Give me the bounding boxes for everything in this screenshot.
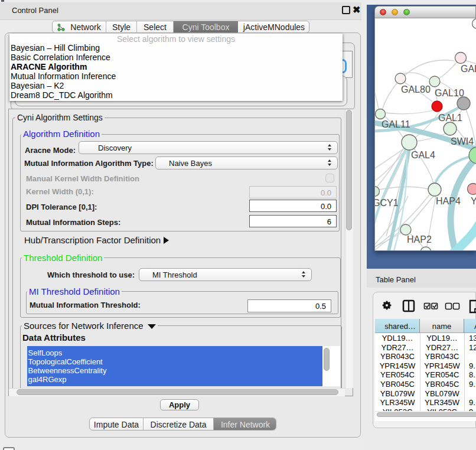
svg-text:HAP4: HAP4: [436, 196, 461, 206]
svg-text:SWI4: SWI4: [451, 136, 474, 146]
svg-text:GAL80: GAL80: [401, 84, 431, 94]
svg-text:GAL7: GAL7: [461, 64, 476, 74]
svg-text:GAL1: GAL1: [438, 113, 462, 123]
svg-text:GAL10: GAL10: [435, 88, 464, 98]
svg-text:GCY1: GCY1: [375, 198, 399, 208]
svg-text:HAP2: HAP2: [407, 234, 432, 244]
svg-text:GAL4: GAL4: [411, 150, 435, 160]
svg-text:Y: Y: [471, 196, 476, 206]
svg-text:GAL11: GAL11: [382, 119, 410, 129]
